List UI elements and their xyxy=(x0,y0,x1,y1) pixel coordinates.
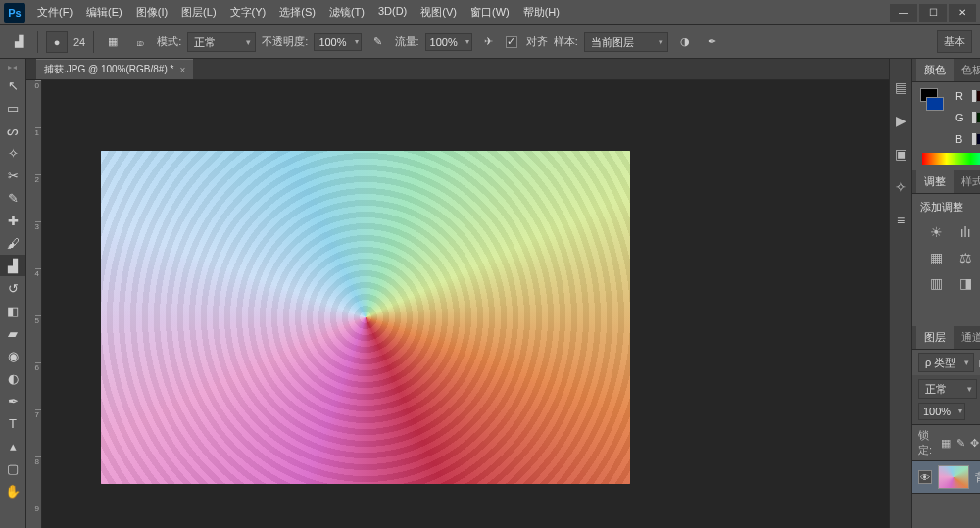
sample-label: 样本: xyxy=(554,34,578,49)
type-tool[interactable]: T xyxy=(0,412,25,434)
toolbox-grip-icon[interactable]: ▸◂ xyxy=(8,63,18,72)
visibility-eye-icon[interactable]: 👁 xyxy=(918,470,932,484)
hue-sat-icon[interactable]: ▦ xyxy=(927,250,945,265)
menu-layer[interactable]: 图层(L) xyxy=(175,2,221,23)
color-spectrum[interactable] xyxy=(922,153,980,165)
airbrush-icon[interactable]: ✈ xyxy=(478,31,500,53)
tab-channels[interactable]: 通道 xyxy=(954,326,980,349)
layer-blend-mode[interactable]: 正常 xyxy=(918,379,977,399)
history-panel-icon[interactable]: ▤ xyxy=(890,76,911,98)
menu-3d[interactable]: 3D(D) xyxy=(372,2,413,23)
blue-slider[interactable] xyxy=(971,134,980,144)
blur-tool[interactable]: ◉ xyxy=(0,345,25,366)
mode-label: 模式: xyxy=(157,34,181,49)
lasso-tool[interactable]: ᔕ xyxy=(0,120,25,141)
maximize-button[interactable]: ☐ xyxy=(919,4,947,22)
document-tab[interactable]: 捕获.JPG @ 100%(RGB/8#) * × xyxy=(36,59,193,79)
menu-edit[interactable]: 编辑(E) xyxy=(80,2,128,23)
menu-help[interactable]: 帮助(H) xyxy=(517,2,565,23)
blend-mode-select[interactable]: 正常 xyxy=(187,32,256,52)
menu-view[interactable]: 视图(V) xyxy=(415,2,463,23)
levels-icon[interactable]: ılı xyxy=(956,224,974,240)
menu-file[interactable]: 文件(F) xyxy=(31,2,78,23)
healing-tool[interactable]: ✚ xyxy=(0,210,25,231)
green-slider[interactable] xyxy=(971,113,980,122)
crop-tool[interactable]: ✂ xyxy=(0,165,25,186)
document-canvas[interactable] xyxy=(101,151,630,484)
layer-name[interactable]: 背景 xyxy=(975,470,980,485)
lock-transparency-icon[interactable]: ▦ xyxy=(941,437,952,450)
layer-row[interactable]: 👁 背景 🔒 xyxy=(912,460,980,494)
flow-value[interactable]: 100% xyxy=(425,33,472,51)
brush-tool[interactable]: 🖌 xyxy=(0,232,25,254)
color-balance-icon[interactable]: ⚖ xyxy=(956,250,974,265)
color-panel: R0 G0 B0 xyxy=(912,82,980,170)
red-slider[interactable] xyxy=(971,91,980,101)
tab-swatches[interactable]: 色板 xyxy=(954,59,980,81)
canvas-area[interactable] xyxy=(42,80,889,528)
dodge-tool[interactable]: ◐ xyxy=(0,367,25,389)
sample-select[interactable]: 当前图层 xyxy=(584,32,668,52)
g-label: G xyxy=(956,112,965,123)
ruler-vertical[interactable]: 0123456789 xyxy=(26,80,42,528)
menu-select[interactable]: 选择(S) xyxy=(273,2,321,23)
opacity-value[interactable]: 100% xyxy=(314,33,361,51)
document-tab-bar: 捕获.JPG @ 100%(RGB/8#) * × xyxy=(26,59,889,79)
tab-color[interactable]: 颜色 xyxy=(916,59,954,81)
invert-icon[interactable]: ◨ xyxy=(956,275,974,291)
right-panels: 颜色 色板 ≡ R0 G0 B0 xyxy=(911,59,980,528)
ignore-adjust-icon[interactable]: ◑ xyxy=(674,31,696,53)
color-panel-tabs: 颜色 色板 ≡ xyxy=(912,59,980,82)
menu-image[interactable]: 图像(I) xyxy=(130,2,173,23)
menu-window[interactable]: 窗口(W) xyxy=(465,2,515,23)
toolbox: ▸◂ ↖ ▭ ᔕ ✧ ✂ ✎ ✚ 🖌 ▟ ↺ ◧ ▰ ◉ ◐ ✒ T ▴ ▢ ✋ xyxy=(0,59,26,528)
fg-bg-swatch[interactable] xyxy=(920,88,944,147)
brush-size-value: 24 xyxy=(74,36,85,48)
brush-settings-icon[interactable]: ⎄ xyxy=(129,31,151,53)
brightness-icon[interactable]: ☀ xyxy=(927,224,945,240)
properties-panel-icon[interactable]: ▣ xyxy=(890,143,911,165)
r-label: R xyxy=(956,90,965,102)
minimize-button[interactable]: — xyxy=(890,4,917,22)
clone-stamp-tool[interactable]: ▟ xyxy=(0,255,25,276)
pressure-opacity-icon[interactable]: ✎ xyxy=(368,31,389,53)
layer-opacity-value[interactable]: 100% xyxy=(918,403,965,420)
marquee-tool[interactable]: ▭ xyxy=(0,97,25,119)
move-tool[interactable]: ↖ xyxy=(0,74,25,96)
tab-layers[interactable]: 图层 xyxy=(916,326,954,349)
history-brush-tool[interactable]: ↺ xyxy=(0,277,25,299)
layer-thumbnail[interactable] xyxy=(938,465,969,489)
brushes-panel-icon[interactable]: ≡ xyxy=(890,210,911,231)
path-select-tool[interactable]: ▴ xyxy=(0,435,25,456)
opacity-label: 不透明度: xyxy=(262,34,308,49)
align-checkbox[interactable] xyxy=(506,36,517,48)
layers-panel: ρ 类型 ▢ ◐ T ▭ ◧ ⏻ 正常 不透明度: 100% 锁定: ▦ ✎ xyxy=(912,350,980,494)
pen-tool[interactable]: ✒ xyxy=(0,390,25,411)
gradient-tool[interactable]: ▰ xyxy=(0,322,25,344)
layers-panel-tabs: 图层 通道 路径 ≡ xyxy=(912,326,980,350)
brush-panel-icon[interactable]: ▦ xyxy=(102,31,123,53)
layer-filter-kind[interactable]: ρ 类型 xyxy=(918,353,974,372)
workspace-basic-button[interactable]: 基本 xyxy=(937,30,972,53)
eyedropper-tool[interactable]: ✎ xyxy=(0,187,25,209)
brush-panel-shortcut-icon[interactable]: ✧ xyxy=(890,176,911,198)
brush-preview-icon[interactable]: ● xyxy=(46,31,68,53)
tab-adjustments[interactable]: 调整 xyxy=(916,170,954,193)
tool-preset-icon[interactable]: ▟ xyxy=(8,31,29,53)
shape-tool[interactable]: ▢ xyxy=(0,457,25,479)
pressure-size-icon[interactable]: ✒ xyxy=(702,31,723,53)
eraser-tool[interactable]: ◧ xyxy=(0,300,25,321)
tab-styles[interactable]: 样式 xyxy=(954,170,980,193)
lock-pixels-icon[interactable]: ✎ xyxy=(956,437,966,450)
close-tab-icon[interactable]: × xyxy=(179,65,185,75)
color-lookup-icon[interactable]: ▥ xyxy=(927,275,945,291)
options-bar: ▟ ● 24 ▦ ⎄ 模式: 正常 不透明度: 100% ✎ 流量: 100% … xyxy=(0,25,980,59)
play-panel-icon[interactable]: ▶ xyxy=(890,110,911,131)
quick-select-tool[interactable]: ✧ xyxy=(0,142,25,164)
adjust-panel-tabs: 调整 样式 ≡ xyxy=(912,170,980,194)
menu-filter[interactable]: 滤镜(T) xyxy=(323,2,370,23)
lock-position-icon[interactable]: ✥ xyxy=(969,437,980,450)
menu-type[interactable]: 文字(Y) xyxy=(224,2,272,23)
close-button[interactable]: ✕ xyxy=(949,4,976,22)
hand-tool[interactable]: ✋ xyxy=(0,480,25,502)
